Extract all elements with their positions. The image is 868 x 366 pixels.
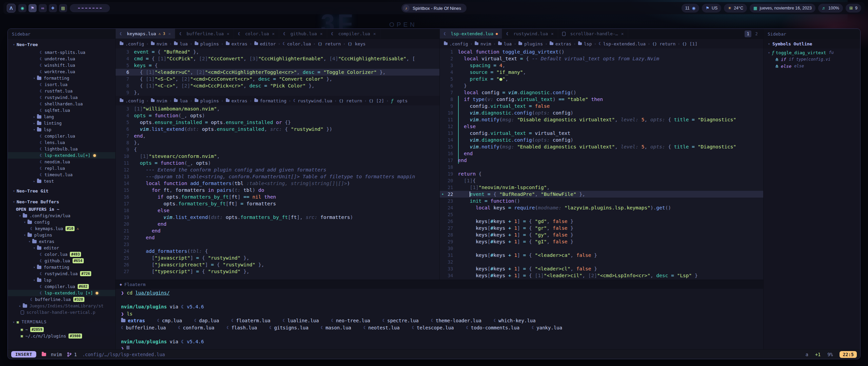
code-line[interactable]: 19return { [440, 170, 764, 177]
editor-tab[interactable]: ☾compiler.lua× [327, 29, 380, 39]
code-line[interactable]: 4 source = "if_many", [440, 69, 764, 76]
breadcrumb-item[interactable]: {}[1] [682, 41, 697, 46]
code-line[interactable]: 9}, [116, 89, 439, 96]
code-line[interactable]: 27 keys[#keys + 1] = { "gr", false } [440, 225, 764, 231]
code-line[interactable]: 13 ---@param tbl table<string, conform.F… [116, 173, 439, 180]
workspace-button[interactable]: ❖ [49, 4, 57, 12]
breadcrumb-item[interactable]: {}[2] [369, 98, 384, 103]
code-line[interactable]: 4cmd = { [1]"CccPick", [2]"CccConvert", … [116, 55, 439, 62]
tree-item[interactable]: ☾compiler.lua#682 [8, 283, 115, 290]
breadcrumb-item[interactable]: .config [444, 41, 468, 46]
tabpage-button[interactable]: 1 [745, 30, 751, 37]
code-line[interactable]: 3 spacing = 4, [440, 62, 764, 69]
tree-item[interactable]: ▸test [8, 178, 115, 184]
close-icon[interactable]: × [621, 31, 624, 36]
tray-widget[interactable]: 11◉ [682, 4, 699, 13]
tree-item[interactable]: OPEN BUFFERS in ~ [8, 206, 115, 212]
code-line[interactable]: 34 keys[#keys + 1] = { [1]"<leader>cil",… [440, 272, 764, 279]
close-icon[interactable]: × [168, 31, 171, 36]
code-line[interactable]: 8 { [1]"<C-c>", [2]"<cmd>CccPick<cr>", d… [116, 82, 439, 89]
workspace-button[interactable]: ∞ [39, 4, 47, 12]
breadcrumb-item[interactable]: plugins [195, 98, 219, 103]
tree-item[interactable]: ☾color.lua#493 [8, 251, 115, 258]
breadcrumb-item[interactable]: lsp [578, 41, 592, 46]
editor-buffer-color-lua[interactable]: 3event = { "BufRead" },4cmd = { [1]"CccP… [116, 48, 439, 96]
breadcrumb-item[interactable]: {}return [652, 41, 675, 46]
tree-item[interactable]: ☾rustfmt.lua [8, 88, 115, 94]
breadcrumb-item[interactable]: {}keys [348, 41, 366, 46]
close-icon[interactable]: × [272, 31, 275, 36]
workspace-button[interactable]: ▤ [59, 4, 67, 12]
tree-item[interactable]: ☾sqlfmt.lua [8, 107, 115, 114]
editor-buffer-rustywind-lua[interactable]: 3[1]"williamboman/mason.nvim",4opts = fu… [116, 105, 439, 280]
editor-tab[interactable]: ☾bufferline.lua× [175, 29, 234, 39]
code-line[interactable]: 26 ["javascriptreact"] = { "rustywind" }… [116, 261, 439, 268]
code-line[interactable]: 20 [1]{ [440, 177, 764, 184]
code-line[interactable]: 10 [1]"stevearc/conform.nvim", [116, 153, 439, 160]
tree-item[interactable]: ☾bufferline.lua#328 [8, 296, 115, 303]
breadcrumb-item[interactable]: .config [120, 41, 144, 46]
code-line[interactable]: 10 vim.diagnostic.config(opts: config) [440, 109, 764, 116]
tree-item[interactable]: ☾rustywind.lua#726 [8, 270, 115, 277]
tree-section-header[interactable]: ▾Neo-Tree Buffers [8, 197, 115, 206]
code-line[interactable]: 8 if type(v: config.virtual_text) == "ta… [440, 96, 764, 103]
code-line[interactable]: 5keys = { [116, 62, 439, 69]
code-line[interactable]: 16 end [440, 150, 764, 157]
breadcrumb-item[interactable]: plugins [195, 41, 219, 46]
tree-section-header[interactable]: ▾▣TERMINALS [8, 318, 115, 326]
code-line[interactable]: 12 else [440, 123, 764, 130]
tree-item[interactable]: ▾editor [8, 245, 115, 251]
breadcrumb-item[interactable]: lua [174, 98, 188, 103]
code-line[interactable]: 6 vim.list_extend(dst: opts.ensure_insta… [116, 126, 439, 133]
tree-item[interactable]: ☾neodim.lua [8, 159, 115, 165]
code-line[interactable]: 25 [440, 211, 764, 218]
tree-item[interactable]: ▾lsp [8, 126, 115, 133]
tabpage-button[interactable]: 2 [753, 30, 760, 37]
editor-tab[interactable]: ☾keymaps.lua⚠ 3× [116, 29, 175, 39]
code-line[interactable]: 7end, [116, 133, 439, 139]
window-title-widget[interactable] [70, 4, 110, 12]
code-line[interactable]: 18 [440, 164, 764, 170]
code-line[interactable]: 12 --- Extend the conform plugin config … [116, 166, 439, 173]
code-line[interactable]: 11 opts = function(_, opts) [116, 160, 439, 166]
apps-widget[interactable]: ⊞9 [846, 4, 861, 13]
tree-item[interactable]: ▸lang [8, 114, 115, 120]
tree-section-header[interactable]: ▾Neo-Tree Git [8, 186, 115, 195]
launcher-button[interactable]: Λ [7, 4, 16, 13]
editor-tab[interactable]: ☾color.lua× [234, 29, 279, 39]
code-line[interactable]: 18 else [116, 207, 439, 214]
tree-item[interactable]: ▾lsp [8, 277, 115, 283]
code-line[interactable]: 24 add_formatters(tbl: { [116, 248, 439, 255]
breadcrumb-left-bottom[interactable]: .config›nvim›lua›plugins›extras›formatti… [116, 96, 439, 105]
tree-item[interactable]: ▣~#2859 [8, 326, 115, 333]
code-line[interactable]: 20 end [116, 221, 439, 227]
code-line[interactable]: 23 init = function() [440, 198, 764, 204]
breadcrumb-item[interactable]: nvim [151, 98, 167, 103]
outline-item[interactable]: ⋔ifif type(config.vi [764, 56, 860, 63]
code-line[interactable]: 3[1]"williamboman/mason.nvim", [116, 105, 439, 112]
tree-item[interactable]: ☾isort.lua [8, 81, 115, 88]
tree-item[interactable]: scrollbar-handle-vertical.p [8, 309, 115, 316]
code-line[interactable]: 22 end [116, 234, 439, 241]
music-widget[interactable]: ♪ Spiritbox - Rule Of Nines [401, 4, 467, 13]
tree-item[interactable]: ☾smart-splits.lua [8, 49, 115, 56]
breadcrumb-right[interactable]: .config›nvim›lua›plugins›extras›lsp›☾lsp… [440, 39, 764, 48]
date-widget[interactable]: ▦jueves, noviembre 16, 2023 [750, 4, 815, 13]
tree-item[interactable]: ▾extras [8, 238, 115, 245]
tree-item[interactable]: ▾formatting [8, 75, 115, 81]
code-line[interactable]: 14 vim.diagnostic.config(opts: config) [440, 137, 764, 143]
editor-tab[interactable]: scrollbar-handle-…× [558, 29, 628, 39]
tree-item[interactable]: ☾rustywind.lua [8, 94, 115, 101]
code-line[interactable]: 6 } [440, 82, 764, 89]
tree-item[interactable]: ▣~/.c/n/l/plugins#3980 [8, 333, 115, 339]
code-line[interactable]: 24 local keys = require(modname: "lazyvi… [440, 204, 764, 211]
tree-section-header[interactable]: ▾Neo-Tree [8, 40, 115, 49]
tree-item[interactable]: ☾lsp-extended.lu[+] [8, 152, 115, 159]
close-icon[interactable]: × [373, 31, 376, 36]
workspace-button[interactable]: ◉ [18, 4, 26, 12]
code-line[interactable]: 3event = { "BufRead" }, [116, 48, 439, 55]
code-line[interactable]: 23 [116, 241, 439, 248]
close-icon[interactable]: × [320, 31, 323, 36]
tree-item[interactable]: ☾repl.lua [8, 165, 115, 171]
code-line[interactable]: 8}, [116, 139, 439, 146]
